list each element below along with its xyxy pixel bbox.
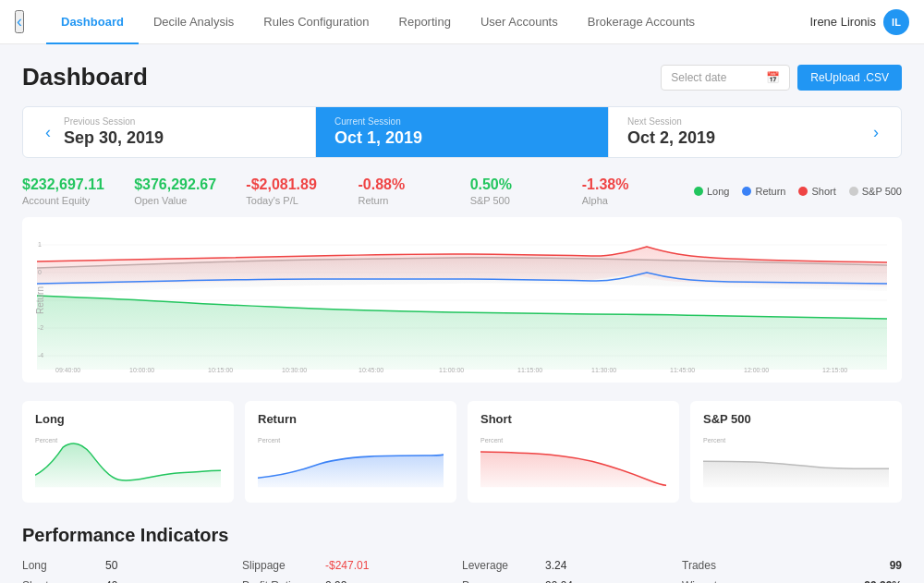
legend-label: S&P 500 (862, 186, 902, 197)
stat-value: 0.50% (470, 176, 582, 193)
next-session[interactable]: Next Session Oct 2, 2019 › (609, 107, 901, 157)
return-chart-svg: Percent (258, 433, 444, 489)
legend-item-return: Return (742, 186, 785, 197)
mini-chart-short-title: Short (480, 412, 666, 426)
chart-legend: LongReturnShortS&P 500 (694, 186, 902, 197)
legend-item-long: Long (694, 186, 729, 197)
current-session-label: Current Session (334, 116, 590, 127)
perf-key: Slippage (242, 559, 325, 572)
legend-label: Long (707, 186, 729, 197)
nav-tab-user-accounts[interactable]: User Accounts (466, 0, 573, 44)
stat-return: -0.88%Return (358, 176, 469, 206)
stat-value: -0.88% (358, 176, 469, 193)
date-picker[interactable]: Select date 📅 (661, 65, 790, 91)
legend-item-short: Short (798, 186, 835, 197)
mini-chart-short: Short Percent (468, 401, 679, 503)
current-session-date: Oct 1, 2019 (334, 128, 590, 148)
svg-text:Percent: Percent (258, 437, 280, 443)
perf-right-key: Win rate (682, 579, 723, 583)
main-chart-svg: 09:40:00 10:00:00 10:15:00 10:30:00 10:4… (37, 226, 887, 374)
stat-value: -$2,081.89 (246, 176, 358, 193)
svg-text:12:15:00: 12:15:00 (822, 367, 847, 373)
perf-val: -$247.01 (325, 559, 369, 572)
nav-tab-brokerage-accounts[interactable]: Brokerage Accounts (573, 0, 710, 44)
svg-text:11:00:00: 11:00:00 (439, 367, 464, 373)
reupload-button[interactable]: ReUpload .CSV (797, 65, 902, 91)
y-axis-label: Return (35, 285, 45, 313)
stat-label: Today's P/L (246, 195, 358, 206)
stat-todays-p/l: -$2,081.89Today's P/L (246, 176, 358, 206)
stat-open-value: $376,292.67Open Value (134, 176, 246, 206)
short-chart-svg: Percent (480, 433, 666, 489)
nav-tab-rules-configuration[interactable]: Rules Configuration (249, 0, 383, 44)
svg-text:10:45:00: 10:45:00 (359, 367, 383, 373)
mini-chart-sp500-title: S&P 500 (703, 412, 889, 426)
svg-text:-2: -2 (38, 324, 43, 331)
user-name: Irene Lironis (809, 15, 876, 29)
stats-row: $232,697.11Account Equity$376,292.67Open… (22, 176, 902, 206)
performance-section: Performance Indicators Long50Short49Fail… (22, 525, 902, 583)
perf-row: Slippage-$247.01 (242, 559, 462, 572)
svg-text:1: 1 (38, 241, 42, 248)
stat-label: Return (358, 195, 469, 206)
svg-text:10:30:00: 10:30:00 (282, 367, 307, 373)
legend-dot (849, 187, 858, 196)
stat-alpha: -1.38%Alpha (582, 176, 694, 206)
perf-right-key: Trades (682, 559, 716, 572)
perf-row: Leverage3.24 (462, 559, 682, 572)
nav-tabs: DashboardDecile AnalysisRules Configurat… (46, 0, 809, 44)
prev-session-label: Previous Session (64, 116, 164, 127)
stat-value: $376,292.67 (134, 176, 246, 193)
navigation: ‹ DashboardDecile AnalysisRules Configur… (0, 0, 924, 44)
sp500-chart-svg: Percent (703, 433, 889, 489)
prev-session[interactable]: ‹ Previous Session Sep 30, 2019 (23, 107, 315, 157)
next-session-button[interactable]: › (869, 123, 882, 142)
stat-label: Alpha (582, 195, 694, 206)
legend-label: Return (755, 186, 785, 197)
mini-chart-return-title: Return (258, 412, 444, 426)
legend-item-sp-500: S&P 500 (849, 186, 902, 197)
perf-val: 3.24 (545, 559, 566, 572)
svg-text:09:40:00: 09:40:00 (55, 367, 80, 373)
svg-text:10:00:00: 10:00:00 (129, 367, 154, 373)
mini-chart-long-title: Long (35, 412, 221, 426)
stat-value: $232,697.11 (22, 176, 134, 193)
svg-text:0: 0 (38, 269, 42, 275)
perf-val: 0.92 (325, 579, 346, 583)
back-button[interactable]: ‹ (15, 10, 24, 33)
svg-text:Percent: Percent (480, 437, 503, 443)
nav-tab-reporting[interactable]: Reporting (384, 0, 466, 44)
avatar: IL (883, 9, 909, 35)
svg-text:11:15:00: 11:15:00 (517, 367, 542, 373)
nav-tab-decile-analysis[interactable]: Decile Analysis (139, 0, 249, 44)
svg-text:11:45:00: 11:45:00 (670, 367, 695, 373)
svg-text:Percent: Percent (703, 437, 725, 443)
legend-label: Short (811, 186, 835, 197)
perf-row: Long50 (22, 559, 242, 572)
perf-key: Long (22, 559, 105, 572)
stat-label: Account Equity (22, 195, 134, 206)
stat-label: S&P 500 (470, 195, 582, 206)
stat-value: -1.38% (582, 176, 694, 193)
perf-right-row: Trades99 (682, 559, 902, 572)
page-title: Dashboard (22, 63, 148, 91)
user-info: Irene Lironis IL (809, 9, 909, 35)
legend-dot (694, 187, 703, 196)
performance-title: Performance Indicators (22, 525, 902, 546)
main-chart-area: Return (22, 217, 902, 383)
next-session-date: Oct 2, 2019 (627, 128, 715, 148)
legend-dot (742, 187, 751, 196)
mini-charts-row: Long Percent Return (22, 401, 902, 503)
nav-tab-dashboard[interactable]: Dashboard (46, 0, 139, 44)
mini-chart-long: Long Percent (22, 401, 234, 503)
perf-col-1: Slippage-$247.01Profit Ratio0.92Performa… (242, 559, 462, 583)
svg-text:Percent: Percent (35, 437, 57, 443)
svg-text:10:15:00: 10:15:00 (208, 367, 233, 373)
perf-key: Power (462, 579, 545, 583)
perf-row: Profit Ratio0.92 (242, 579, 462, 583)
next-session-label: Next Session (627, 116, 715, 127)
prev-session-button[interactable]: ‹ (42, 123, 55, 142)
svg-text:12:00:00: 12:00:00 (744, 367, 769, 373)
header-controls: Select date 📅 ReUpload .CSV (661, 65, 902, 91)
perf-val: 49 (105, 579, 117, 583)
